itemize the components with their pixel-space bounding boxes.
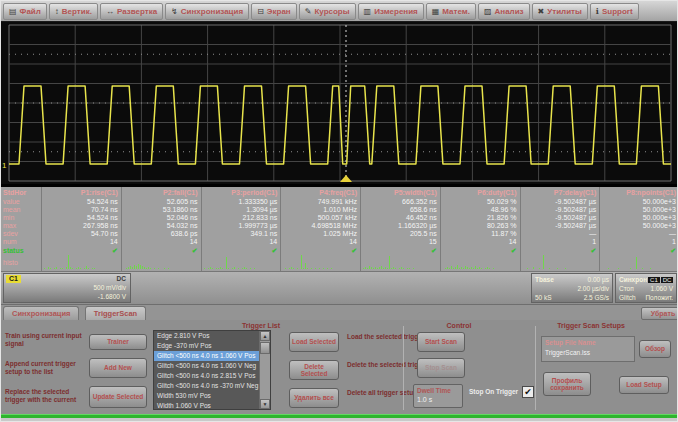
channel-offset: -1.6800 V: [98, 293, 126, 300]
scrollbar-thumb[interactable]: [260, 342, 270, 354]
menu-item-math[interactable]: ▦Матем.: [426, 3, 476, 20]
dwell-time-field[interactable]: Dwell Time 1.0 s: [413, 384, 463, 408]
measure-row-label-mean: mean: [1, 206, 41, 214]
add-new-description: Append current trigger setup to the list: [5, 360, 85, 376]
triggerscan-panel: Trigger List Control Trigger Scan Setups…: [1, 320, 678, 414]
trigger-list-scrollbar[interactable]: ▲ ▼: [259, 331, 270, 409]
display-icon: ⊟: [257, 7, 264, 16]
menu-item-label: Экран: [267, 7, 291, 16]
menu-item-display[interactable]: ⊟Экран: [251, 3, 297, 20]
tab-triggerscan[interactable]: TriggerScan: [85, 306, 146, 321]
measure-column-p8: P8:npoints(C1)50.000e+350.000e+350.000e+…: [599, 187, 678, 271]
menu-item-file[interactable]: ▤Файл: [3, 3, 47, 20]
support-icon: ℹ: [596, 7, 599, 16]
cursors-icon: ✎: [305, 7, 312, 16]
measure-status-check-icon: ✔: [122, 246, 201, 255]
time-per-div: 2.00 µs/div: [577, 284, 609, 293]
measure-status-check-icon: ✔: [361, 246, 440, 255]
menu-item-vertical[interactable]: ↕Вертик.: [49, 3, 98, 20]
control-header: Control: [409, 322, 509, 329]
measure-mean: 1.3094 µs: [202, 206, 281, 214]
delete-selected-button[interactable]: Delete Selected: [289, 360, 339, 380]
measure-histogram: [361, 255, 440, 270]
trigger-list-item[interactable]: Edge 2.810 V Pos: [154, 331, 259, 341]
measure-row-label-histo: histo: [1, 255, 41, 270]
dwell-time-label: Dwell Time: [417, 386, 459, 395]
menu-item-timebase[interactable]: ↔Развертка: [100, 3, 163, 20]
measure-column-p5: P5:width(C1)666.352 ns658.6 ns46.452 ns1…: [360, 187, 440, 271]
trigger-list-items: Edge 2.810 V PosEdge -370 mV PosGlitch <…: [154, 331, 259, 409]
measure-value: -9.502487 µs: [521, 198, 600, 206]
measure-histogram: [122, 255, 201, 270]
load-setup-button[interactable]: Load Setup: [619, 376, 669, 394]
measure-min: 52.046 ns: [122, 214, 201, 222]
measure-num: 14: [42, 238, 121, 246]
close-dialog-button[interactable]: Убрать: [641, 307, 678, 320]
trigger-slope: Положит.: [645, 293, 673, 302]
oscilloscope-app-window: ▤Файл↕Вертик.↔Развертка↯Синхронизация⊟Эк…: [0, 0, 678, 422]
measure-value: 749.991 kHz: [281, 198, 360, 206]
menu-item-analysis[interactable]: ▨Анализ: [478, 3, 530, 20]
scroll-down-icon[interactable]: ▼: [260, 399, 270, 409]
measure-num: 14: [202, 238, 281, 246]
sample-rate: 2.5 GS/s: [584, 293, 609, 302]
trigger-list-item[interactable]: Width 1.060 V Pos: [154, 401, 259, 409]
trigger-list-item[interactable]: Edge -370 mV Pos: [154, 341, 259, 351]
delete-all-button[interactable]: Удалить все: [289, 388, 339, 408]
channel-1-level-marker[interactable]: 1: [2, 161, 7, 170]
trigger-descriptor[interactable]: СинхронC1DC Стоп1.060 V GlitchПоложит.: [615, 273, 677, 303]
dwell-time-value: 1.0 s: [417, 395, 459, 404]
trigger-list-item[interactable]: Glitch <500 ns 4.0 ns 1.060 V Pos: [154, 351, 259, 361]
trigger-list-item[interactable]: Glitch <500 ns 4.0 ns 2.815 V Pos: [154, 371, 259, 381]
measure-status-check-icon: ✔: [202, 246, 281, 255]
menu-item-support[interactable]: ℹSupport: [590, 3, 639, 20]
load-selected-button[interactable]: Load Selected: [289, 332, 339, 352]
menu-item-label: Анализ: [495, 7, 524, 16]
channel-c1-descriptor[interactable]: C1 DC 500 mV/div -1.6800 V: [3, 273, 131, 303]
measure-row-label-status: status: [1, 246, 41, 255]
utilities-icon: ✖: [538, 7, 545, 16]
measure-corner-label: StdHor: [1, 187, 41, 198]
trigger-list-item[interactable]: Glitch <500 ns 4.0 ns -370 mV Neg: [154, 381, 259, 391]
update-selected-button[interactable]: Update Selected: [89, 386, 147, 408]
measure-max: 50.000e+3: [600, 222, 678, 230]
trigger-scan-setups-header: Trigger Scan Setups: [516, 322, 666, 329]
menu-item-label: Курсоры: [314, 7, 349, 16]
measure-max: 267.958 ns: [42, 222, 121, 230]
setup-file-name-value: TriggerScan.lss: [545, 348, 631, 358]
trainer-description: Train using current input signal: [5, 332, 85, 348]
trainer-button[interactable]: Trainer: [89, 334, 147, 350]
setup-file-name-field[interactable]: Setup File Name TriggerScan.lss: [541, 336, 635, 362]
save-profile-button[interactable]: Профиль сохранить: [543, 372, 591, 396]
measure-header: P2:fall(C1): [122, 187, 201, 198]
measure-num: 1: [521, 238, 600, 246]
measure-column-p7: P7:delay(C1)-9.502487 µs-9.502487 µs-9.5…: [520, 187, 600, 271]
timebase-descriptor[interactable]: Tbase0.00 µs 2.00 µs/div 50 kS2.5 GS/s: [531, 273, 613, 303]
stop-on-trigger-label: Stop On Trigger: [469, 388, 518, 396]
menu-item-trigger[interactable]: ↯Синхронизация: [165, 3, 249, 20]
scroll-up-icon[interactable]: ▲: [260, 331, 270, 341]
menu-item-measure[interactable]: ▥Измерения: [358, 3, 424, 20]
menu-item-cursors[interactable]: ✎Курсоры: [299, 3, 356, 20]
trigger-list-item[interactable]: Width 530 mV Pos: [154, 391, 259, 401]
measure-mean: 53.1860 ns: [122, 206, 201, 214]
trigger-list: Edge 2.810 V PosEdge -370 mV PosGlitch <…: [153, 330, 271, 410]
measure-status-check-icon: ✔: [441, 246, 520, 255]
add-new-button[interactable]: Add New: [89, 358, 147, 378]
menu-item-label: Матем.: [442, 7, 470, 16]
measure-max: 1.999773 µs: [202, 222, 281, 230]
measure-min: 212.833 ns: [202, 214, 281, 222]
trigger-type: Glitch: [619, 293, 636, 302]
start-scan-button[interactable]: Start Scan: [417, 332, 465, 352]
trigger-list-item[interactable]: Glitch <500 ns 4.0 ns 1.060 V Neg: [154, 361, 259, 371]
menu-item-label: Измерения: [374, 7, 418, 16]
tab-синхронизация[interactable]: Синхронизация: [3, 306, 79, 321]
stop-on-trigger-checkbox[interactable]: ✔: [522, 386, 534, 398]
stop-scan-button[interactable]: Stop Scan: [417, 358, 465, 378]
measure-sdev: 205.5 ns: [361, 230, 440, 238]
waveform-display: 1: [1, 22, 678, 184]
measure-column-p6: P6:duty(C1)50.029 %48.96 %21.826 %80.263…: [440, 187, 520, 271]
menu-bar: ▤Файл↕Вертик.↔Развертка↯Синхронизация⊟Эк…: [1, 1, 678, 22]
browse-button[interactable]: Обзор: [639, 340, 671, 358]
menu-item-utilities[interactable]: ✖Утилиты: [532, 3, 588, 20]
